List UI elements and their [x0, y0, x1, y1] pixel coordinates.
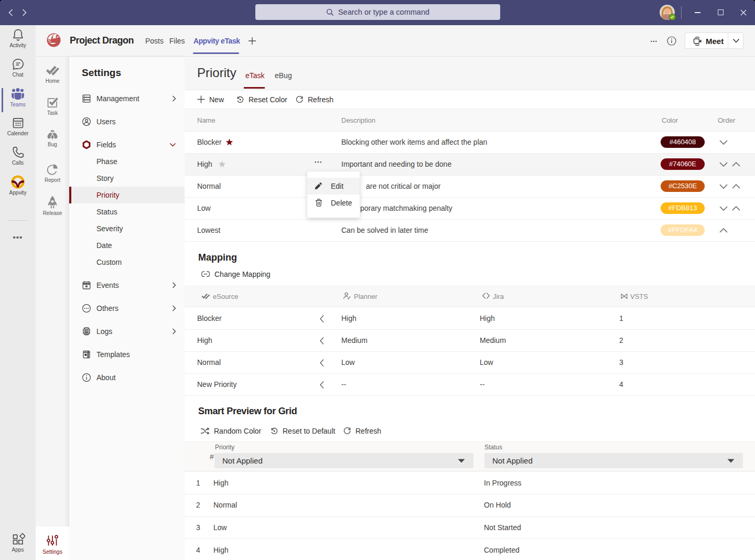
svg-text:LOG: LOG	[84, 330, 89, 332]
